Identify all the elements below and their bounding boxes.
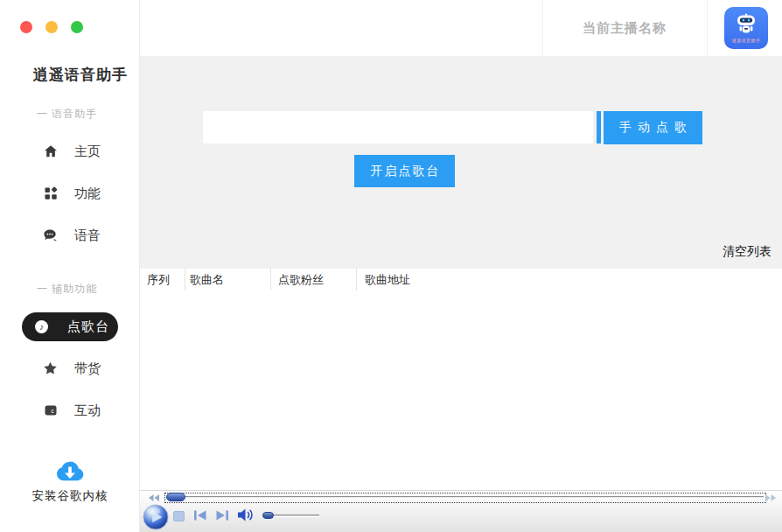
current-broadcaster-name: 当前主播名称 [542,0,707,56]
previous-button[interactable] [193,510,207,521]
sidebar-item-home[interactable]: 主页 [0,140,140,163]
section-dash: 一 [37,108,48,120]
next-button[interactable] [215,510,229,521]
music-disc-icon: ♪ [35,320,48,333]
open-song-station-button[interactable]: 开启点歌台 [354,155,455,187]
minimize-window-button[interactable] [45,21,58,33]
stop-button[interactable] [173,511,185,522]
column-header-requesting-fan: 点歌粉丝 [271,269,357,290]
close-window-button[interactable] [20,21,32,33]
install-core-label: 安装谷歌内核 [0,488,140,504]
column-header-song-url: 歌曲地址 [357,269,782,290]
apps-icon [43,186,58,201]
svg-text:c: c [51,408,54,414]
top-header: 当前主播名称 逍遥语音助手 [140,0,782,56]
app-title: 逍遥语音助手 [33,65,128,85]
seek-track[interactable] [167,496,764,499]
star-icon [43,361,58,376]
volume-slider-handle[interactable] [262,512,274,519]
song-search-input[interactable] [203,111,593,144]
volume-track[interactable] [268,514,319,517]
play-button[interactable] [143,504,169,530]
section-dash: 一 [37,283,48,295]
seek-slider-handle[interactable] [166,493,185,501]
sidebar-item-sell-goods[interactable]: 带货 [0,357,140,380]
app-logo: 逍遥语音助手 [724,7,768,49]
volume-icon[interactable] [238,508,255,522]
column-header-song-name: 歌曲名 [185,269,271,290]
song-table-body [140,290,782,504]
sidebar-item-label: 主页 [74,144,101,160]
rewind-icon[interactable] [149,494,160,501]
sidebar-item-label: 带货 [74,360,101,377]
logo-caption: 逍遥语音助手 [732,38,761,43]
sidebar-item-label: 功能 [74,186,101,202]
header-divider [707,0,708,56]
sidebar-item-label: 语音 [74,228,101,244]
home-icon [43,144,58,159]
section-label-auxiliary: 一 辅助功能 [37,282,97,297]
clear-list-button[interactable]: 清空列表 [723,244,772,260]
main-content: 手动点歌 开启点歌台 清空列表 序列 歌曲名 点歌粉丝 歌曲地址 [140,56,782,532]
input-caret-bar [597,111,601,144]
song-table-header: 序列 歌曲名 点歌粉丝 歌曲地址 [140,269,782,290]
column-header-index: 序列 [140,269,185,290]
interact-icon: c [43,403,58,418]
sidebar-item-label: 点歌台 [67,318,109,335]
window-controls [20,21,83,33]
manual-song-request-button[interactable]: 手动点歌 [604,111,702,144]
media-player [140,490,782,532]
cloud-download-icon [51,458,89,486]
sidebar-item-voice[interactable]: 语音 [0,224,140,247]
voice-icon [43,228,58,243]
sidebar-item-label: 互动 [74,402,101,419]
install-chrome-core-button[interactable]: 安装谷歌内核 [0,458,140,504]
sidebar-item-song-station-active[interactable]: ♪ 点歌台 [22,312,118,341]
section-label-voice-assistant: 一 语音助手 [37,107,97,122]
sidebar-item-interaction[interactable]: c 互动 [0,399,140,422]
fast-forward-icon[interactable] [765,494,777,501]
sidebar-item-functions[interactable]: 功能 [0,182,140,205]
zoom-window-button[interactable] [71,21,83,33]
robot-mascot-icon [735,13,758,37]
sidebar: 逍遥语音助手 一 语音助手 主页 功能 语音 [0,0,140,532]
